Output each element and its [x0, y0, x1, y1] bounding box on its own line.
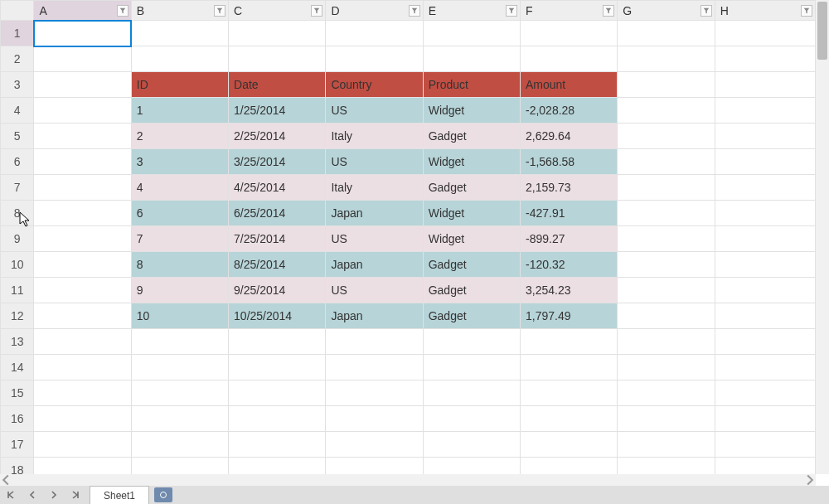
cell-G6[interactable] [618, 149, 715, 175]
cell-G5[interactable] [618, 124, 715, 149]
cell-G14[interactable] [618, 355, 715, 380]
cell-G12[interactable] [618, 303, 715, 329]
cell-B16[interactable] [131, 406, 228, 432]
cell-H18[interactable] [715, 458, 815, 475]
cell-H1[interactable] [715, 21, 815, 46]
cell-F8[interactable]: -427.91 [521, 201, 618, 226]
cell-A18[interactable] [34, 458, 131, 475]
cell-G16[interactable] [618, 406, 715, 432]
row-header-15[interactable]: 15 [1, 380, 34, 406]
cell-D4[interactable]: US [326, 98, 423, 124]
last-sheet-button[interactable] [65, 486, 86, 504]
cell-E2[interactable] [423, 46, 520, 72]
cell-G18[interactable] [618, 458, 715, 475]
filter-icon[interactable] [603, 5, 614, 17]
cell-C5[interactable]: 2/25/2014 [229, 124, 326, 149]
cell-D17[interactable] [326, 432, 423, 458]
cell-B17[interactable] [131, 432, 228, 458]
cell-A16[interactable] [34, 406, 131, 432]
cell-D11[interactable]: US [326, 278, 423, 303]
row-header-8[interactable]: 8 [1, 201, 34, 226]
cell-D6[interactable]: US [326, 149, 423, 175]
row-header-7[interactable]: 7 [1, 175, 34, 201]
row-header-16[interactable]: 16 [1, 406, 34, 432]
cell-B12[interactable]: 10 [131, 303, 228, 329]
cell-C15[interactable] [229, 380, 326, 406]
cell-C1[interactable] [229, 21, 326, 46]
cell-G15[interactable] [618, 380, 715, 406]
cell-G4[interactable] [618, 98, 715, 124]
cell-A11[interactable] [34, 278, 131, 303]
cell-D8[interactable]: Japan [326, 201, 423, 226]
cell-A13[interactable] [34, 329, 131, 355]
cell-B5[interactable]: 2 [131, 124, 228, 149]
cell-G10[interactable] [618, 252, 715, 278]
cell-A3[interactable] [34, 72, 131, 98]
cell-E7[interactable]: Gadget [423, 175, 520, 201]
col-header-C[interactable]: C [229, 1, 326, 21]
cell-E11[interactable]: Gadget [423, 278, 520, 303]
cell-C7[interactable]: 4/25/2014 [229, 175, 326, 201]
cell-A12[interactable] [34, 303, 131, 329]
row-header-10[interactable]: 10 [1, 252, 34, 278]
cell-A4[interactable] [34, 98, 131, 124]
cell-B14[interactable] [131, 355, 228, 380]
row-header-2[interactable]: 2 [1, 46, 34, 72]
cell-D14[interactable] [326, 355, 423, 380]
cell-H9[interactable] [715, 226, 815, 252]
filter-icon[interactable] [409, 5, 420, 17]
cell-E10[interactable]: Gadget [423, 252, 520, 278]
cell-B2[interactable] [131, 46, 228, 72]
cell-F11[interactable]: 3,254.23 [521, 278, 618, 303]
row-header-9[interactable]: 9 [1, 226, 34, 252]
cell-F3[interactable]: Amount [521, 72, 618, 98]
cell-F17[interactable] [521, 432, 618, 458]
cell-E12[interactable]: Gadget [423, 303, 520, 329]
cell-C14[interactable] [229, 355, 326, 380]
cell-B7[interactable]: 4 [131, 175, 228, 201]
cell-D7[interactable]: Italy [326, 175, 423, 201]
cell-A14[interactable] [34, 355, 131, 380]
cell-D15[interactable] [326, 380, 423, 406]
cell-E1[interactable] [423, 21, 520, 46]
filter-icon[interactable] [117, 5, 128, 17]
add-sheet-button[interactable] [154, 487, 172, 502]
horizontal-scrollbar[interactable] [0, 474, 816, 486]
cell-H4[interactable] [715, 98, 815, 124]
cell-H5[interactable] [715, 124, 815, 149]
cell-G13[interactable] [618, 329, 715, 355]
col-header-E[interactable]: E [423, 1, 520, 21]
cell-D13[interactable] [326, 329, 423, 355]
cell-H12[interactable] [715, 303, 815, 329]
col-header-D[interactable]: D [326, 1, 423, 21]
col-header-F[interactable]: F [521, 1, 618, 21]
cell-F10[interactable]: -120.32 [521, 252, 618, 278]
cell-C13[interactable] [229, 329, 326, 355]
cell-H10[interactable] [715, 252, 815, 278]
vertical-scroll-thumb[interactable] [817, 2, 827, 60]
row-header-17[interactable]: 17 [1, 432, 34, 458]
filter-icon[interactable] [311, 5, 322, 17]
cell-A2[interactable] [34, 46, 131, 72]
cell-A17[interactable] [34, 432, 131, 458]
cell-E17[interactable] [423, 432, 520, 458]
cell-A8[interactable] [34, 201, 131, 226]
cell-B15[interactable] [131, 380, 228, 406]
row-header-11[interactable]: 11 [1, 278, 34, 303]
col-header-A[interactable]: A [34, 1, 131, 21]
cell-C2[interactable] [229, 46, 326, 72]
cell-D9[interactable]: US [326, 226, 423, 252]
cell-F2[interactable] [521, 46, 618, 72]
grid-area[interactable]: ABCDEFGH 123IDDateCountryProductAmount41… [0, 0, 816, 474]
cell-B9[interactable]: 7 [131, 226, 228, 252]
cell-F15[interactable] [521, 380, 618, 406]
cell-C8[interactable]: 6/25/2014 [229, 201, 326, 226]
cell-G9[interactable] [618, 226, 715, 252]
row-header-13[interactable]: 13 [1, 329, 34, 355]
cell-B13[interactable] [131, 329, 228, 355]
cell-B18[interactable] [131, 458, 228, 475]
select-all-corner[interactable] [1, 1, 34, 21]
cell-B6[interactable]: 3 [131, 149, 228, 175]
cell-E9[interactable]: Widget [423, 226, 520, 252]
cell-H3[interactable] [715, 72, 815, 98]
